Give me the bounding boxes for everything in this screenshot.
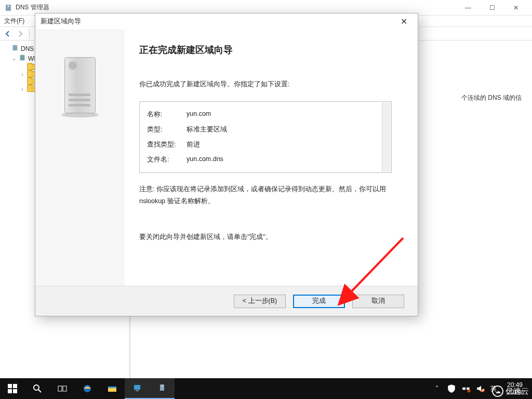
folder-icon [27, 71, 35, 77]
window-minimize-button[interactable]: — [456, 0, 480, 16]
menu-file[interactable]: 文件(F) [4, 17, 24, 24]
svg-rect-13 [58, 386, 62, 391]
window-maximize-button[interactable]: ☐ [480, 0, 504, 16]
svg-rect-23 [467, 388, 470, 390]
svg-rect-8 [13, 384, 17, 388]
task-view-button[interactable] [50, 378, 75, 399]
wizard-close-message: 要关闭此向导并创建新区域，请单击"完成"。 [139, 233, 392, 242]
finish-button[interactable]: 完成 [293, 295, 345, 308]
wizard-graphic-panel [35, 29, 125, 286]
watermark-text: 亿速云 [506, 387, 529, 396]
setting-value: yun.com.dns [187, 155, 223, 164]
server-illustration [61, 52, 99, 117]
svg-point-21 [162, 385, 163, 387]
expand-icon[interactable]: › [20, 86, 25, 92]
watermark: ☁ 亿速云 [492, 385, 529, 397]
tree-root-label: DNS [21, 45, 34, 52]
window-title: DNS 管理器 [16, 3, 49, 12]
svg-rect-7 [8, 384, 12, 388]
watermark-cloud-icon: ☁ [492, 385, 503, 397]
settings-scrollbar[interactable] [382, 102, 391, 172]
window-close-button[interactable]: ✕ [504, 0, 528, 16]
setting-row-filename: 文件名:yun.com.dns [147, 152, 384, 167]
folder-icon [27, 78, 35, 85]
wizard-footer: < 上一步(B) 完成 取消 [35, 286, 418, 316]
svg-rect-20 [160, 384, 164, 391]
setting-value: yun.com [187, 110, 211, 119]
taskbar-server-manager-icon[interactable] [125, 378, 150, 399]
expand-icon[interactable]: › [20, 72, 25, 77]
nav-back-button[interactable] [2, 28, 14, 39]
setting-row-name: 名称:yun.com [147, 107, 384, 122]
collapse-icon[interactable]: ⌄ [11, 56, 17, 61]
svg-rect-18 [134, 385, 140, 390]
dns-root-icon [11, 44, 19, 53]
tray-overflow-icon[interactable]: ˄ [432, 384, 442, 393]
svg-rect-9 [8, 389, 12, 393]
app-icon [4, 4, 12, 12]
search-button[interactable] [25, 378, 50, 399]
cancel-button[interactable]: 取消 [352, 295, 404, 308]
taskbar[interactable]: ˄ 英 20:49 2019/ [0, 378, 532, 399]
svg-rect-19 [136, 390, 139, 391]
taskbar-explorer-icon[interactable] [100, 378, 125, 399]
svg-rect-17 [108, 387, 116, 388]
svg-point-1 [8, 5, 9, 7]
tray-network-icon[interactable] [461, 384, 471, 393]
setting-row-lookup: 查找类型:前进 [147, 137, 384, 152]
dialog-title: 新建区域向导 [41, 17, 81, 26]
settings-summary-box: 名称:yun.com 类型:标准主要区域 查找类型:前进 文件名:yun.com… [139, 101, 392, 173]
svg-rect-5 [20, 55, 25, 61]
setting-row-type: 类型:标准主要区域 [147, 122, 384, 137]
svg-point-24 [468, 390, 471, 393]
svg-rect-10 [13, 389, 17, 393]
wizard-content: 正在完成新建区域向导 你已成功完成了新建区域向导。你指定了如下设置: 名称:yu… [125, 29, 418, 286]
wizard-heading: 正在完成新建区域向导 [139, 44, 392, 56]
svg-rect-4 [13, 45, 18, 51]
wizard-note: 注意: 你应该现在将记录添加到区域，或者确保记录得到动态更新。然后，你可以用 n… [139, 183, 392, 207]
svg-rect-22 [462, 388, 466, 390]
server-icon [19, 54, 26, 63]
nav-forward-button[interactable] [15, 28, 26, 39]
setting-value: 标准主要区域 [187, 125, 227, 134]
start-button[interactable] [0, 378, 25, 399]
folder-icon [27, 86, 35, 92]
svg-line-12 [38, 390, 41, 392]
taskbar-dns-manager-icon[interactable] [150, 378, 175, 399]
svg-rect-14 [63, 386, 66, 391]
wizard-success-message: 你已成功完成了新建区域向导。你指定了如下设置: [139, 80, 392, 89]
new-zone-wizard-dialog: 新建区域向导 ✕ 正在完成新建区域向导 你已成功完成了新建区域向导。你指定了如下… [35, 13, 418, 316]
tray-volume-icon[interactable] [476, 384, 485, 393]
taskbar-ie-icon[interactable] [75, 378, 100, 399]
setting-value: 前进 [187, 140, 200, 149]
dialog-close-button[interactable]: ✕ [395, 14, 413, 29]
tray-shield-icon[interactable] [447, 384, 456, 393]
svg-point-11 [34, 385, 39, 390]
folder-icon [27, 64, 35, 70]
dialog-titlebar: 新建区域向导 ✕ [35, 14, 418, 29]
back-button[interactable]: < 上一步(B) [234, 295, 286, 308]
